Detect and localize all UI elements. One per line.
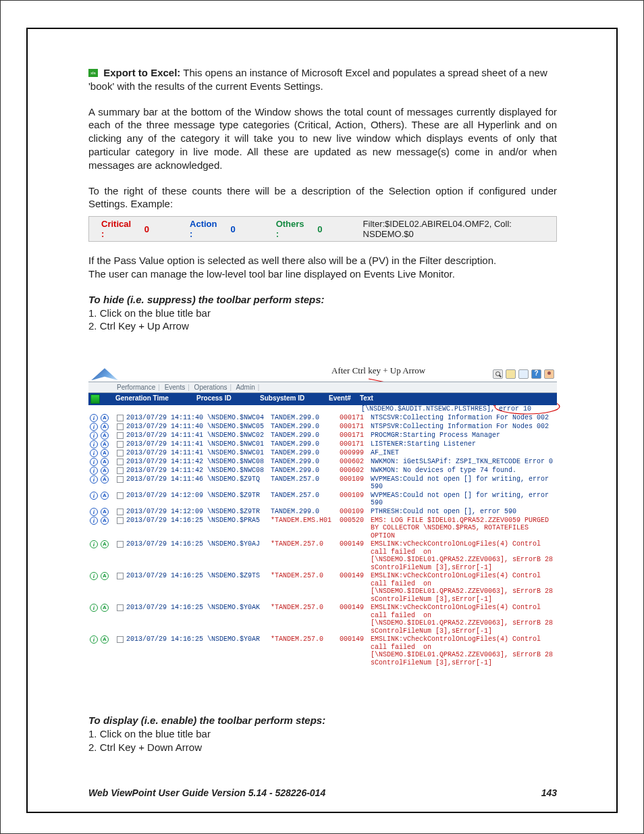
info-icon[interactable]: i xyxy=(90,423,98,431)
ack-icon[interactable]: A xyxy=(101,635,109,644)
critical-label[interactable]: Critical : xyxy=(101,219,135,239)
ack-icon[interactable]: A xyxy=(101,572,109,580)
ack-icon[interactable]: A xyxy=(101,517,109,525)
cell-event-number: 000149 xyxy=(340,540,369,571)
row-checkbox[interactable] xyxy=(117,459,124,465)
ack-icon[interactable]: A xyxy=(101,414,109,422)
table-row[interactable]: iA2013/07/29 14:11:41\NSDEMO.$NWC01TANDE… xyxy=(88,440,557,448)
export-icon[interactable] xyxy=(518,369,529,379)
ack-icon[interactable]: A xyxy=(101,540,109,548)
info-icon[interactable]: i xyxy=(90,475,98,484)
info-icon[interactable]: i xyxy=(90,492,98,500)
help-icon[interactable] xyxy=(531,369,541,379)
info-icon[interactable]: i xyxy=(90,572,98,580)
menu-performance[interactable]: Performance xyxy=(117,384,155,391)
col-generation-time[interactable]: Generation Time xyxy=(115,394,196,404)
row-checkbox[interactable] xyxy=(117,423,124,430)
status-square-icon[interactable] xyxy=(90,394,100,404)
row-checkbox[interactable] xyxy=(117,476,124,483)
ack-icon[interactable]: A xyxy=(101,492,109,500)
cell-generation-time: 2013/07/29 14:12:09 xyxy=(126,508,207,516)
table-row[interactable]: iA2013/07/29 14:11:41\NSDEMO.$NWC02TANDE… xyxy=(88,431,557,440)
row-checkbox[interactable] xyxy=(117,467,124,474)
cell-event-number: 000109 xyxy=(340,475,369,491)
info-icon[interactable]: i xyxy=(90,440,98,448)
table-row[interactable]: iA2013/07/29 14:11:40\NSDEMO.$NWC05TANDE… xyxy=(88,422,557,431)
ack-icon[interactable]: A xyxy=(101,604,109,612)
table-row[interactable]: iA2013/07/29 14:11:46\NSDEMO.$Z9TQTANDEM… xyxy=(88,475,557,491)
search-icon[interactable] xyxy=(493,369,503,379)
summary-bar-figure: Critical : 0 Action : 0 Others : 0 Filte… xyxy=(88,216,557,242)
row-checkbox[interactable] xyxy=(117,492,124,499)
info-icon[interactable]: i xyxy=(90,414,98,422)
row-checkbox[interactable] xyxy=(117,541,124,548)
row-checkbox[interactable] xyxy=(117,441,124,448)
table-header: Generation Time Process ID Subsystem ID … xyxy=(88,393,557,405)
cell-event-number: 000149 xyxy=(340,572,369,603)
row-checkbox[interactable] xyxy=(117,450,124,457)
info-icon[interactable]: i xyxy=(90,432,98,440)
filter-text: Filter:$IDEL02.ABIREL04.OMF2, Coll: NSDE… xyxy=(363,219,556,239)
info-icon[interactable]: i xyxy=(90,449,98,457)
ack-icon[interactable]: A xyxy=(101,467,109,475)
cell-event-number: 000602 xyxy=(340,458,369,466)
info-icon[interactable]: i xyxy=(90,467,98,475)
row-checkbox[interactable] xyxy=(117,636,124,643)
table-row[interactable]: iA2013/07/29 14:16:25\NSDEMO.$Z9TS*TANDE… xyxy=(88,571,557,603)
col-event-number[interactable]: Event# xyxy=(329,394,358,404)
footer-title: Web ViewPoint User Guide Version 5.14 - … xyxy=(88,787,325,798)
info-icon[interactable]: i xyxy=(90,517,98,525)
table-row[interactable]: iA2013/07/29 14:11:40\NSDEMO.$NWC04TANDE… xyxy=(88,413,557,422)
row-checkbox[interactable] xyxy=(117,432,124,439)
cell-text: EMSLINK:vCheckControlOnLogFiles(4) Contr… xyxy=(369,635,557,667)
table-row[interactable]: iA2013/07/29 14:12:09\NSDEMO.$Z9TRTANDEM… xyxy=(88,491,557,507)
footer-page: 143 xyxy=(541,787,557,798)
col-subsystem-id[interactable]: Subsystem ID xyxy=(260,394,329,404)
info-icon[interactable]: i xyxy=(90,604,98,612)
ack-icon[interactable]: A xyxy=(101,432,109,440)
ack-icon[interactable]: A xyxy=(101,449,109,457)
info-icon[interactable]: i xyxy=(90,635,98,644)
menu-admin[interactable]: Admin xyxy=(236,384,254,391)
row-checkbox[interactable] xyxy=(117,517,124,524)
table-row[interactable]: iA2013/07/29 14:16:25\NSDEMO.$Y0AJ*TANDE… xyxy=(88,540,557,571)
theme-icon[interactable] xyxy=(506,369,516,379)
table-row[interactable]: iA2013/07/29 14:11:42\NSDEMO.$NWC08TANDE… xyxy=(88,457,557,466)
action-label[interactable]: Action : xyxy=(190,219,221,239)
cell-text: WVPMEAS:Could not open [] for writing, e… xyxy=(369,492,557,507)
info-icon[interactable]: i xyxy=(90,458,98,466)
cell-text: NWKMON: No devices of type 74 found. xyxy=(369,467,557,475)
info-icon[interactable]: i xyxy=(90,508,98,516)
cell-process-id: \NSDEMO.$Z9TQ xyxy=(207,475,271,491)
cell-subsystem-id: TANDEM.299.0 xyxy=(271,423,340,431)
row-icons: iA xyxy=(88,432,117,440)
others-label[interactable]: Others : xyxy=(276,219,308,239)
menu-operations[interactable]: Operations xyxy=(194,384,227,391)
row-checkbox[interactable] xyxy=(117,604,124,611)
ack-icon[interactable]: A xyxy=(101,475,109,484)
table-row[interactable]: iA2013/07/29 14:11:42\NSDEMO.$NWC08TANDE… xyxy=(88,466,557,475)
table-row[interactable]: iA2013/07/29 14:16:25\NSDEMO.$Y0AR*TANDE… xyxy=(88,635,557,667)
ack-icon[interactable]: A xyxy=(101,508,109,516)
row-checkbox[interactable] xyxy=(117,573,124,579)
row-checkbox[interactable] xyxy=(117,415,124,421)
ack-icon[interactable]: A xyxy=(101,423,109,431)
ack-icon[interactable]: A xyxy=(101,440,109,448)
user-icon[interactable] xyxy=(544,369,554,379)
ack-icon[interactable]: A xyxy=(101,458,109,466)
cell-subsystem-id: TANDEM.299.0 xyxy=(271,432,340,440)
table-row[interactable]: iA2013/07/29 14:16:25\NSDEMO.$PRA5*TANDE… xyxy=(88,516,557,540)
info-icon[interactable]: i xyxy=(90,540,98,548)
table-row[interactable]: iA2013/07/29 14:11:41\NSDEMO.$NWC01TANDE… xyxy=(88,448,557,457)
cell-subsystem-id: TANDEM.299.0 xyxy=(271,449,340,457)
cell-process-id: \NSDEMO.$Z9TS xyxy=(207,572,271,603)
table-row[interactable]: iA2013/07/29 14:12:09\NSDEMO.$Z9TRTANDEM… xyxy=(88,507,557,516)
col-process-id[interactable]: Process ID xyxy=(196,394,260,404)
cell-process-id: \NSDEMO.$PRA5 xyxy=(207,517,271,540)
table-row[interactable]: iA2013/07/29 14:16:25\NSDEMO.$Y0AK*TANDE… xyxy=(88,603,557,635)
cell-process-id: \NSDEMO.$NWC05 xyxy=(207,423,271,431)
display-toolbar-heading: To display (i.e. enable) the toolbar per… xyxy=(88,714,557,727)
row-checkbox[interactable] xyxy=(117,509,124,515)
col-text[interactable]: Text xyxy=(358,394,557,404)
menu-events[interactable]: Events xyxy=(165,384,186,391)
